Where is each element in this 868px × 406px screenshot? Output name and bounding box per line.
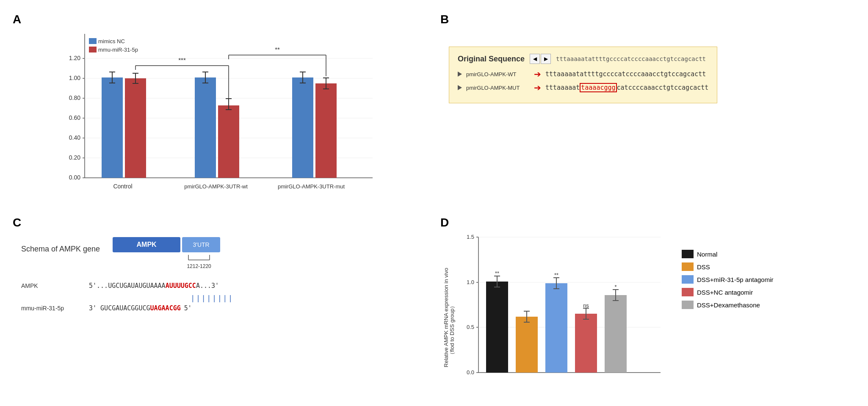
legend-dexa: DSS+Dexamethasone: [682, 301, 779, 309]
bar-dss: [516, 317, 538, 373]
arrow-wt: ➔: [534, 69, 541, 79]
mut-seq-pre: tttaaaaat: [545, 84, 580, 91]
panel-c: C Schema of AMPK gene AMPK 3'UTR: [8, 212, 432, 406]
bar-wt-blue: [195, 77, 216, 178]
triangle-mut: [458, 85, 462, 90]
legend-blue-label: mimics NC: [98, 38, 125, 44]
svg-text:0.0: 0.0: [467, 369, 474, 376]
ampk-seq-5: 5'...UGCUGAUAUGUAAAA: [89, 282, 166, 290]
bar-control-red: [125, 78, 146, 178]
legend-nc-antag: DSS+NC antagomir: [682, 288, 779, 296]
legend-nc-label: DSS+NC antagomir: [697, 289, 753, 296]
mir-seq-red: UAGAACGG: [150, 304, 181, 312]
bar-dexa: [605, 295, 627, 373]
sequence-box: Original Sequence ◀ ▶ tttaaaaatattttgccc…: [449, 47, 717, 103]
mir-label: mmu-miR-31-5p: [21, 305, 89, 312]
wt-id: pmirGLO-AMPK-WT: [466, 71, 516, 77]
panel-d-label: D: [440, 216, 449, 229]
y-axis-label2: （flod to DSS group）: [449, 303, 455, 358]
ampk-label: AMPK: [21, 282, 89, 289]
chart-d-svg: Relative AMPK mRNA expression in vivo （f…: [440, 229, 673, 406]
svg-text:0.20: 0.20: [69, 154, 80, 161]
mir-seq-3: 5': [184, 304, 192, 312]
seq-row-wt: pmirGLO-AMPK-WT ➔ tttaaaaatattttgccccatc…: [458, 69, 708, 79]
legend-mir-color: [682, 275, 694, 284]
sig-stars-2: **: [275, 46, 280, 53]
panel-c-label: C: [13, 216, 21, 229]
legend-dexa-label: DSS+Dexamethasone: [697, 301, 760, 309]
chart-a-container: 0.00 0.20 0.40 0.60 0.80 1.00 1.20: [13, 25, 428, 203]
svg-text:1.20: 1.20: [69, 55, 80, 61]
panel-b: B Original Sequence ◀ ▶ tttaaaaatattttgc…: [436, 8, 860, 207]
mir-seq-5: 3' GUCGAUACGGUCG: [89, 304, 150, 312]
mir-seq-line: mmu-miR-31-5p 3' GUCGAUACGGUCGUAGAACGG5': [21, 304, 419, 312]
bar-normal: [486, 282, 508, 373]
panel-d: D Relative AMPK mRNA expression in vivo …: [436, 212, 860, 406]
legend-normal: Normal: [682, 250, 779, 258]
arrow-mut: ➔: [534, 83, 541, 93]
bar-wt-red: [218, 105, 239, 178]
seq-prev-btn[interactable]: ◀: [530, 54, 540, 64]
legend-normal-color: [682, 250, 694, 258]
bar-nc-antag: [575, 314, 597, 373]
ampk-seq-line: AMPK 5'...UGCUGAUAUGUAAAAAUUUUGCCA...3': [21, 282, 419, 290]
bar-mut-blue: [292, 77, 313, 178]
mut-seq: tttaaaaattaaaacgggcatccccaaacctgtccagcac…: [545, 84, 708, 91]
svg-text:0.40: 0.40: [69, 134, 80, 141]
legend-dexa-color: [682, 301, 694, 309]
bracket-svg: [186, 254, 212, 263]
seq-next-btn[interactable]: ▶: [541, 54, 551, 64]
label-mut: pmirGLO-AMPK-3UTR-mut: [278, 183, 345, 190]
bracket-label: 1212-1220: [186, 263, 212, 269]
svg-text:0.60: 0.60: [69, 114, 80, 121]
ampk-seq-red: AUUUUGCC: [166, 282, 196, 290]
panel-b-label: B: [440, 13, 449, 26]
utr-box: 3'UTR: [182, 237, 220, 252]
legend-dss: DSS: [682, 262, 779, 271]
mut-seq-mut: taaaacggg: [580, 83, 616, 92]
sig-normal: **: [495, 270, 499, 276]
panel-a: A 0.00 0.20 0.40 0.60: [8, 8, 432, 207]
svg-text:0.5: 0.5: [467, 324, 474, 330]
label-control: Control: [113, 183, 132, 190]
legend-dss-label: DSS: [697, 263, 710, 271]
legend-mir-antag: DSS+miR-31-5p antagomir: [682, 275, 779, 284]
legend-red-box: [89, 47, 97, 52]
wt-seq: tttaaaaatattttgccccatccccaaacctgtccagcac…: [545, 70, 706, 78]
svg-text:0.00: 0.00: [69, 174, 80, 181]
sig-stars-1: ***: [178, 56, 186, 64]
schema-title: Schema of AMPK gene: [21, 245, 100, 254]
seq-title: Original Sequence: [458, 55, 525, 64]
legend-nc-color: [682, 288, 694, 296]
svg-text:1.0: 1.0: [467, 279, 474, 285]
legend-blue-box: [89, 38, 97, 44]
binding-lines: ||||||||: [89, 294, 419, 303]
svg-text:0.80: 0.80: [69, 94, 80, 101]
mut-seq-post: catccccaaacctgtccagcactt: [617, 84, 709, 91]
legend-mir-label: DSS+miR-31-5p antagomir: [697, 276, 774, 283]
bar-mir-antag: [545, 283, 567, 373]
legend-normal-label: Normal: [697, 251, 717, 258]
chart-a-svg: 0.00 0.20 0.40 0.60 0.80 1.00 1.20: [13, 25, 428, 203]
y-axis-label: Relative AMPK mRNA expression in vivo: [443, 268, 449, 367]
bar-control-blue: [102, 77, 123, 178]
label-wt: pmirGLO-AMPK-3UTR-wt: [184, 183, 248, 190]
panel-a-label: A: [13, 13, 21, 26]
sig-dexa: *: [614, 284, 616, 290]
svg-text:1.00: 1.00: [69, 75, 80, 81]
svg-text:1.5: 1.5: [467, 234, 474, 240]
legend-red-label: mmu-miR-31-5p: [98, 47, 138, 53]
schema-container: Schema of AMPK gene AMPK 3'UTR 1212: [13, 233, 428, 320]
triangle-wt: [458, 72, 462, 77]
gene-box: AMPK: [113, 237, 180, 252]
sig-mir: **: [554, 272, 558, 278]
schema-sequences: AMPK 5'...UGCUGAUAUGUAAAAAUUUUGCCA...3' …: [21, 282, 419, 312]
seq-original: tttaaaaatattttgccccatccccaaacctgtccagcac…: [556, 55, 706, 62]
legend-d: Normal DSS DSS+miR-31-5p antagomir DSS+N…: [682, 250, 779, 406]
bar-mut-red: [315, 83, 337, 178]
mut-id: pmirGLO-AMPK-MUT: [466, 85, 520, 91]
seq-row-mut: pmirGLO-AMPK-MUT ➔ tttaaaaattaaaacgggcat…: [458, 83, 708, 93]
legend-dss-color: [682, 262, 694, 271]
ampk-seq-3: A...3': [196, 282, 219, 290]
sig-nc: ns: [583, 302, 589, 309]
